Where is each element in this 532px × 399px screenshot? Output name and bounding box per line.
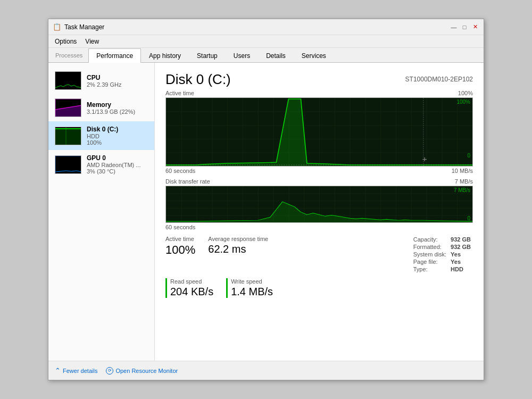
write-speed-label: Write speed [231, 278, 273, 285]
chart1-duration: 60 seconds [165, 168, 195, 174]
read-speed-value: 204 KB/s [170, 286, 213, 298]
window-controls: — □ ✕ [450, 23, 479, 31]
transfer-rate-chart: 7 MB/s 0 [165, 186, 473, 223]
svg-text:+: + [422, 155, 428, 163]
right-stats: Capacity: 932 GB Formatted: 932 GB Syste… [411, 236, 473, 273]
type-value: HDD [448, 265, 473, 273]
maximize-button[interactable]: □ [460, 23, 469, 31]
open-monitor-link[interactable]: ⟳ Open Resource Monitor [106, 367, 178, 375]
disk0-thumbnail [55, 127, 81, 145]
transfer-zero-label: 0 [467, 215, 470, 221]
gpu0-sub2: 3% (30 °C) [87, 168, 148, 174]
sidebar-item-gpu0[interactable]: GPU 0 AMD Radeon(TM) ... 3% (30 °C) [48, 150, 154, 179]
disk-title: Disk 0 (C:) [165, 71, 231, 88]
gpu0-info: GPU 0 AMD Radeon(TM) ... 3% (30 °C) [87, 154, 148, 174]
stats-row: Active time 100% Average response time 6… [165, 236, 473, 273]
cpu-thumbnail [55, 71, 81, 90]
memory-info: Memory 3.1/13.9 GB (22%) [87, 101, 148, 115]
transfer-rate-label-row: Disk transfer rate 7 MB/s [165, 178, 473, 185]
tab-details[interactable]: Details [258, 48, 294, 63]
menu-view[interactable]: View [81, 37, 103, 46]
active-time-pct: 100% [458, 90, 473, 96]
chart2-duration: 60 seconds [165, 224, 195, 230]
svg-rect-6 [55, 128, 81, 129]
sidebar-item-disk0[interactable]: Disk 0 (C:) HDD 100% [48, 121, 154, 150]
chart-max-label: 100% [456, 99, 470, 105]
formatted-value: 932 GB [448, 243, 473, 251]
fewer-details-link[interactable]: ⌃ Fewer details [55, 367, 97, 375]
active-time-chart: + 100% 0 [165, 97, 473, 167]
active-time-stat-label: Active time [165, 236, 195, 242]
disk0-label: Disk 0 (C:) [87, 126, 148, 133]
sidebar-item-memory[interactable]: Memory 3.1/13.9 GB (22%) [48, 94, 154, 121]
disk-model: ST1000DM010-2EP102 [405, 76, 473, 83]
close-button[interactable]: ✕ [471, 23, 479, 31]
tab-app-history[interactable]: App history [141, 48, 189, 63]
right-stats-table: Capacity: 932 GB Formatted: 932 GB Syste… [411, 236, 473, 273]
page-file-value: Yes [448, 258, 473, 265]
write-speed-block: Write speed 1.4 MB/s [226, 278, 273, 298]
type-label: Type: [411, 265, 448, 273]
page-file-label: Page file: [411, 258, 448, 265]
transfer-max: 7 MB/s [455, 178, 473, 185]
avg-response-stat: Average response time 62.2 ms [208, 236, 268, 273]
content-area: CPU 2% 2.39 GHz Memory 3.1/13.9 GB (22% [48, 63, 484, 361]
write-speed-value: 1.4 MB/s [231, 286, 273, 298]
speed-row: Read speed 204 KB/s Write speed 1.4 MB/s [165, 278, 473, 298]
open-monitor-label: Open Resource Monitor [115, 368, 178, 374]
active-time-label-row: Active time 100% [165, 90, 473, 96]
tab-processes[interactable]: Processes [49, 48, 88, 63]
capacity-value: 932 GB [448, 236, 473, 243]
transfer-rate-bottom: 60 seconds [165, 224, 473, 230]
active-time-bottom: 60 seconds 10 MB/s [165, 168, 473, 174]
active-time-section: Active time 100% [165, 90, 473, 174]
task-manager-window: 📋 Task Manager — □ ✕ Options View Proces… [48, 19, 484, 380]
disk-header: Disk 0 (C:) ST1000DM010-2EP102 [165, 71, 473, 88]
fewer-details-label: Fewer details [63, 368, 97, 374]
avg-response-stat-label: Average response time [208, 236, 268, 242]
main-panel: Disk 0 (C:) ST1000DM010-2EP102 Active ti… [155, 63, 484, 361]
tab-services[interactable]: Services [294, 48, 334, 63]
gpu0-label: GPU 0 [87, 154, 148, 162]
avg-response-stat-value: 62.2 ms [208, 243, 268, 255]
footer-bar: ⌃ Fewer details ⟳ Open Resource Monitor [48, 361, 484, 380]
monitor-icon: ⟳ [106, 367, 113, 375]
sidebar-item-cpu[interactable]: CPU 2% 2.39 GHz [48, 67, 154, 94]
tab-users[interactable]: Users [226, 48, 258, 63]
title-bar: 📋 Task Manager — □ ✕ [48, 19, 484, 35]
active-time-label: Active time [165, 90, 194, 96]
menu-bar: Options View [48, 35, 484, 48]
tab-performance[interactable]: Performance [88, 48, 141, 63]
active-time-stat-value: 100% [165, 243, 195, 257]
gpu0-thumbnail [55, 155, 81, 174]
formatted-label: Formatted: [411, 243, 448, 251]
menu-options[interactable]: Options [51, 37, 81, 46]
transfer-rate-label: Disk transfer rate [165, 178, 210, 185]
system-disk-label: System disk: [411, 251, 448, 258]
transfer-max-label: 7 MB/s [454, 187, 470, 193]
read-speed-label: Read speed [170, 278, 213, 285]
svg-rect-5 [55, 128, 81, 145]
chart-zero-label: 0 [467, 153, 470, 159]
window-title: Task Manager [64, 23, 104, 31]
cpu-label: CPU [87, 74, 148, 81]
disk0-info: Disk 0 (C:) HDD 100% [87, 126, 148, 146]
cpu-sub: 2% 2.39 GHz [87, 81, 148, 88]
cpu-info: CPU 2% 2.39 GHz [87, 74, 148, 88]
sidebar: CPU 2% 2.39 GHz Memory 3.1/13.9 GB (22% [48, 63, 155, 361]
minimize-button[interactable]: — [450, 23, 458, 31]
read-speed-block: Read speed 204 KB/s [165, 278, 213, 298]
tab-startup[interactable]: Startup [189, 48, 226, 63]
tabs-bar: Processes Performance App history Startu… [48, 48, 484, 63]
fewer-details-icon: ⌃ [55, 367, 61, 375]
title-bar-left: 📋 Task Manager [53, 23, 104, 31]
memory-sub: 3.1/13.9 GB (22%) [87, 109, 148, 115]
disk0-sub2: 100% [87, 139, 148, 146]
gpu0-sub1: AMD Radeon(TM) ... [87, 162, 148, 168]
system-disk-value: Yes [448, 251, 473, 258]
capacity-label: Capacity: [411, 236, 448, 243]
disk0-sub1: HDD [87, 133, 148, 139]
chart1-max: 10 MB/s [452, 168, 473, 174]
memory-thumbnail [55, 98, 81, 117]
transfer-rate-section: Disk transfer rate 7 MB/s [165, 178, 473, 230]
